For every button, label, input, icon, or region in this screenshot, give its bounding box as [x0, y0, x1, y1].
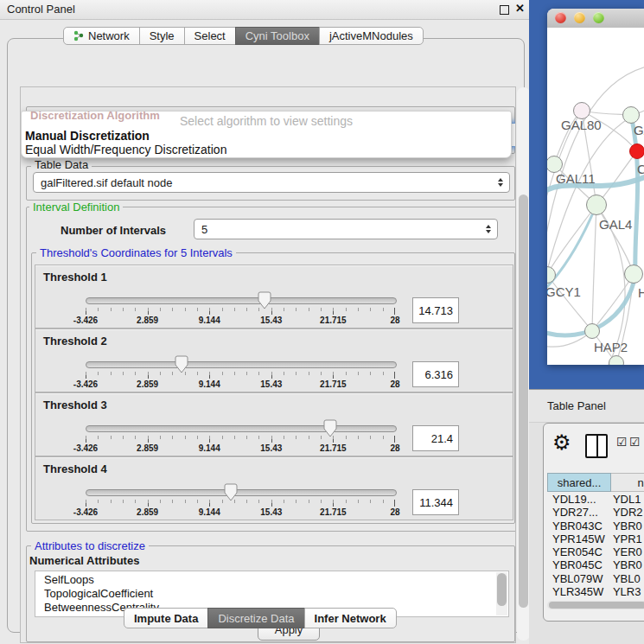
- slider-tick-labels: -3.4262.8599.14415.4321.71528: [86, 443, 395, 454]
- network-tab-icon: [73, 30, 84, 41]
- cell-shared-name[interactable]: YER054C: [547, 545, 613, 558]
- slider-track[interactable]: [86, 425, 397, 432]
- column-header-name[interactable]: na: [611, 473, 644, 492]
- cell-shared-name[interactable]: YBR043C: [547, 520, 613, 532]
- tab-select[interactable]: Select: [184, 27, 236, 45]
- table-row[interactable]: YLR345W YLR3: [547, 585, 644, 598]
- table-row[interactable]: YDL19... YDL1: [547, 493, 644, 506]
- cell-shared-name[interactable]: YPR145W: [547, 532, 613, 545]
- close-icon[interactable]: ✕: [515, 2, 525, 15]
- number-of-intervals-combobox[interactable]: 5: [194, 219, 498, 239]
- threshold-3-slider[interactable]: -3.4262.8599.14415.4321.71528: [86, 418, 395, 454]
- threshold-1-value-field[interactable]: 14.713: [412, 297, 459, 323]
- scrollbar-thumb[interactable]: [519, 194, 528, 608]
- network-window-titlebar[interactable]: [547, 9, 644, 29]
- table-data-combobox[interactable]: galFiltered.sif default node: [33, 172, 510, 193]
- cell-name[interactable]: YDL1: [613, 493, 644, 506]
- slider-knob[interactable]: [224, 483, 238, 501]
- checkbox-icon[interactable]: ☑: [629, 435, 641, 449]
- tab-discretize-data[interactable]: Discretize Data: [207, 608, 304, 628]
- cell-name[interactable]: YBR0: [613, 520, 644, 532]
- threshold-2-value-field[interactable]: 6.316: [412, 361, 459, 387]
- cell-shared-name[interactable]: YBL079W: [547, 572, 613, 585]
- slider-knob[interactable]: [175, 355, 188, 373]
- slider-tick-labels: -3.4262.8599.14415.4321.71528: [86, 379, 395, 390]
- table-panel-region: Table Panel ⚙ ☑ ☑ shared... na: [529, 389, 644, 644]
- cell-name[interactable]: YLR3: [613, 585, 644, 598]
- network-node[interactable]: [586, 194, 607, 215]
- cell-shared-name[interactable]: YLR345W: [547, 585, 613, 598]
- threshold-3-value-field[interactable]: 21.4: [412, 425, 459, 451]
- network-node[interactable]: [629, 143, 644, 159]
- table-row[interactable]: YER054C YER0: [547, 545, 644, 558]
- table-row[interactable]: YBR045C YBR0: [547, 558, 644, 571]
- slider-tick-labels: -3.4262.8599.14415.4321.71528: [86, 316, 395, 326]
- list-item[interactable]: SelfLoops: [44, 573, 508, 587]
- cell-name[interactable]: YER0: [613, 545, 644, 558]
- network-node[interactable]: [609, 355, 624, 365]
- threshold-2-panel: Threshold 2 -3.4262.8599.14415.4321.7152…: [35, 328, 513, 392]
- slider-ticks: [86, 500, 395, 507]
- network-node[interactable]: [573, 102, 590, 119]
- network-node[interactable]: [622, 106, 640, 124]
- algorithm-placeholder-option[interactable]: Select algorithm to view settings: [22, 114, 511, 128]
- cell-name[interactable]: YDR2: [613, 506, 644, 519]
- threshold-3-panel: Threshold 3 -3.4262.8599.14415.4321.7152…: [35, 392, 513, 456]
- network-node-label: GA: [634, 123, 644, 137]
- slider-track[interactable]: [86, 297, 397, 304]
- table-row[interactable]: YBL079W YBL0: [547, 572, 644, 585]
- table-data-group-title: Table Data: [31, 158, 92, 171]
- tab-network[interactable]: Network: [63, 27, 140, 45]
- stepper-arrows-icon: [498, 178, 503, 187]
- table-row[interactable]: YDR27... YDR2: [547, 506, 644, 519]
- close-traffic-light-icon[interactable]: [555, 12, 566, 23]
- cell-name[interactable]: YBL0: [613, 572, 644, 585]
- zoom-traffic-light-icon[interactable]: [593, 12, 604, 23]
- threshold-2-slider[interactable]: -3.4262.8599.14415.4321.71528: [86, 354, 395, 390]
- checkbox-icon[interactable]: ☑: [616, 435, 628, 449]
- tab-cyni-toolbox[interactable]: Cyni Toolbox: [235, 27, 320, 45]
- tab-infer-network[interactable]: Infer Network: [304, 608, 397, 628]
- algorithm-option-equal-width[interactable]: Equal Width/Frequency Discretization: [25, 143, 226, 156]
- cell-shared-name[interactable]: YDR27...: [547, 506, 613, 519]
- list-scrollbar[interactable]: [496, 572, 507, 615]
- tab-impute-data[interactable]: Impute Data: [124, 608, 208, 628]
- slider-knob[interactable]: [323, 419, 337, 437]
- threshold-1-slider[interactable]: -3.4262.8599.14415.4321.71528: [86, 290, 395, 326]
- slider-track[interactable]: [86, 489, 397, 496]
- table-row[interactable]: YBR043C YBR0: [547, 520, 644, 532]
- list-item[interactable]: TopologicalCoefficient: [44, 587, 508, 601]
- cell-shared-name[interactable]: YDL19...: [547, 493, 613, 506]
- slider-track[interactable]: [86, 361, 397, 368]
- gear-icon[interactable]: ⚙: [552, 430, 571, 455]
- threshold-4-slider[interactable]: -3.4262.8599.14415.4321.71528: [86, 481, 395, 518]
- threshold-4-value-field[interactable]: 11.344: [412, 489, 459, 515]
- float-window-icon[interactable]: [500, 5, 509, 15]
- column-header-shared-name[interactable]: shared...: [547, 473, 611, 492]
- cell-shared-name[interactable]: YBR045C: [547, 558, 613, 571]
- stepper-arrows-icon: [486, 225, 491, 233]
- tab-jactivemnodules[interactable]: jActiveMNodules: [319, 27, 424, 45]
- threshold-1-panel: Threshold 1 -3.4262.8599.14415.4321.7152…: [35, 265, 513, 328]
- table-row[interactable]: YPR145W YPR1: [547, 532, 644, 545]
- network-node[interactable]: [584, 323, 600, 339]
- tab-network-label: Network: [88, 29, 130, 42]
- network-node-label: GAL4: [599, 217, 632, 232]
- columns-icon[interactable]: [585, 434, 608, 458]
- thresholds-group-title: Threshold's Coordinates for 5 Intervals: [36, 246, 236, 259]
- control-panel-tabs: Network Style Select Cyni Toolbox jActiv…: [63, 27, 424, 45]
- screen: Control Panel ✕ Network Style: [0, 0, 644, 644]
- panel-scrollbar[interactable]: [517, 87, 530, 641]
- table-rows: YDL19... YDL1 YDR27... YDR2 YBR043C YBR0: [547, 493, 644, 598]
- table-toolbar: ⚙ ☑ ☑: [544, 424, 644, 467]
- network-canvas[interactable]: GAL80GACGAL11GAL4GCY1HHAP2: [547, 28, 644, 365]
- algorithm-option-manual[interactable]: Manual Discretization: [25, 129, 150, 143]
- tab-style[interactable]: Style: [139, 27, 185, 45]
- control-panel-titlebar: Control Panel ✕: [0, 0, 529, 20]
- slider-knob[interactable]: [258, 291, 271, 309]
- cell-name[interactable]: YBR0: [613, 558, 644, 571]
- network-node[interactable]: [624, 265, 643, 284]
- minimize-traffic-light-icon[interactable]: [574, 12, 585, 23]
- cell-name[interactable]: YPR1: [613, 532, 644, 545]
- table-horizontal-scrollbar[interactable]: [547, 601, 644, 609]
